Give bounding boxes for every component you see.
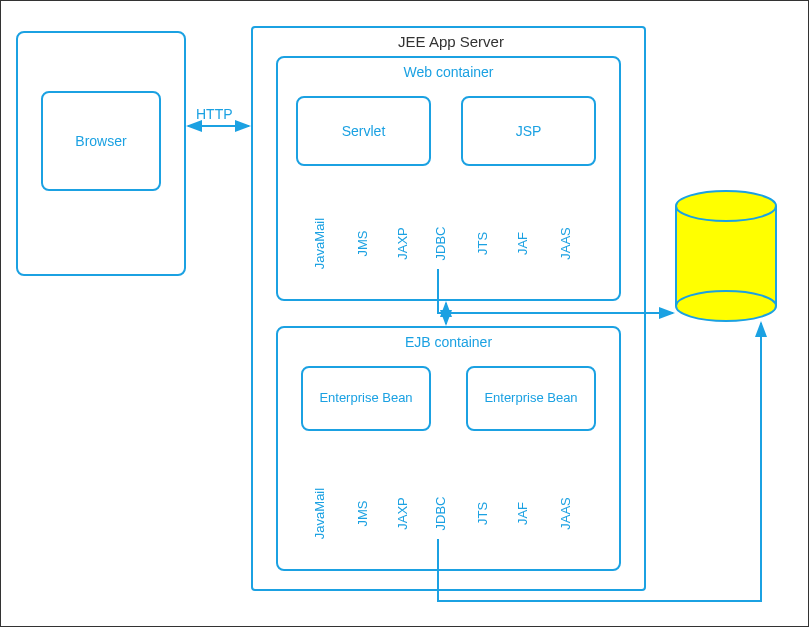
web-tech-jts: JTS [475,232,490,255]
ejb-tech-jms: JMS [355,501,370,527]
enterprise-bean-1-box: Enterprise Bean [301,366,431,431]
enterprise-bean-2-box: Enterprise Bean [466,366,596,431]
enterprise-bean-1-label: Enterprise Bean [303,368,429,429]
ejb-container-title: EJB container [278,328,619,350]
web-tech-jaf: JAF [515,232,530,255]
web-tech-jaxp: JAXP [395,227,410,260]
ejb-tech-jaxp: JAXP [395,497,410,530]
servlet-box: Servlet [296,96,431,166]
web-tech-jdbc: JDBC [433,227,448,261]
ejb-tech-javamail: JavaMail [312,488,327,539]
database-label: Database [686,256,766,272]
web-container-title: Web container [278,58,619,80]
web-tech-jms: JMS [355,231,370,257]
ejb-tech-jdbc: JDBC [433,497,448,531]
enterprise-bean-2-label: Enterprise Bean [468,368,594,429]
ejb-tech-jaas: JAAS [558,497,573,530]
web-tech-jaas: JAAS [558,227,573,260]
ejb-tech-jaf: JAF [515,502,530,525]
web-container-box: Web container [276,56,621,301]
svg-point-4 [676,291,776,321]
jsp-box: JSP [461,96,596,166]
diagram-canvas: Browser JEE App Server Web container Ser… [0,0,809,627]
browser-label: Browser [43,93,159,189]
browser-box: Browser [41,91,161,191]
servlet-label: Servlet [298,98,429,164]
ejb-container-box: EJB container [276,326,621,571]
svg-point-0 [676,191,776,221]
ejb-tech-jts: JTS [475,502,490,525]
app-server-title: JEE App Server [361,33,541,50]
http-label: HTTP [196,106,233,122]
web-tech-javamail: JavaMail [312,218,327,269]
jsp-label: JSP [463,98,594,164]
